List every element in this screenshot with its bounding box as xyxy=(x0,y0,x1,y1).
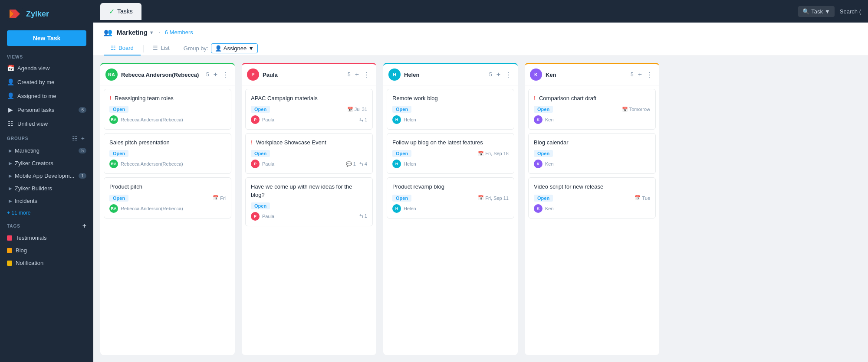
task-title: APAC Campaign materials xyxy=(251,95,367,102)
group-by: Group by: 👤 Assignee ▼ xyxy=(184,43,258,53)
tabs-row: ☷ Board | ☰ List Group by: 👤 Assignee ▼ xyxy=(104,41,858,55)
add-tag-icon[interactable]: + xyxy=(82,222,86,230)
tasks-tab[interactable]: ✓ Tasks xyxy=(100,3,141,20)
search-button[interactable]: Search ( xyxy=(840,8,861,15)
task-card[interactable]: Remote work blog Open H Helen xyxy=(387,89,514,130)
add-task-button[interactable]: + xyxy=(213,70,218,79)
group-name: Zylker Builders xyxy=(15,185,52,192)
sidebar-item-assigned-to-me[interactable]: 👤 Assigned to me xyxy=(0,89,93,103)
sidebar-item-zylker-builders[interactable]: ▶ Zylker Builders xyxy=(0,182,93,195)
task-card[interactable]: ! Comparison chart draft Open 📅 Tomorrow… xyxy=(528,89,656,130)
task-title: Have we come up with new ideas for the b… xyxy=(251,183,367,199)
calendar-icon: 📅 xyxy=(635,195,641,201)
sidebar-item-unified-view[interactable]: ☷ Unified view xyxy=(0,117,93,130)
project-name[interactable]: Marketing ▼ xyxy=(117,29,154,36)
avatar-rebecca: RA xyxy=(105,68,118,81)
zylker-logo-icon xyxy=(7,6,23,22)
sidebar-item-zylker-creators[interactable]: ▶ Zylker Creators xyxy=(0,157,93,170)
assignee-name: Paula xyxy=(262,161,274,166)
col-actions: + ⋮ xyxy=(637,70,654,80)
sidebar-item-incidents[interactable]: ▶ Incidents xyxy=(0,195,93,207)
tag-notification[interactable]: Notification xyxy=(0,257,93,269)
sidebar-item-label: Unified view xyxy=(17,121,48,127)
assignee-name: Helen xyxy=(404,161,416,166)
project-name-text: Marketing xyxy=(117,29,148,36)
task-card[interactable]: Product revamp blog Open 📅 Fri, Sep 11 H… xyxy=(387,177,514,218)
group-name: Marketing xyxy=(15,147,39,154)
more-groups-link[interactable]: + 11 more xyxy=(0,207,93,219)
subtask-icon: ⇆ xyxy=(359,117,363,123)
new-task-button[interactable]: New Task xyxy=(7,30,86,46)
sidebar-item-agenda[interactable]: 📅 Agenda view xyxy=(0,61,93,75)
avatar-paula: P xyxy=(247,68,259,81)
sidebar-item-created-by-me[interactable]: 👤 Created by me xyxy=(0,75,93,89)
task-footer: Open xyxy=(534,150,650,157)
status-badge: Open xyxy=(251,150,270,157)
task-title: Sales pitch presentation xyxy=(109,139,226,147)
task-footer: Open xyxy=(251,202,367,209)
add-task-button[interactable]: + xyxy=(354,70,360,79)
filter-icon[interactable]: ☷ xyxy=(70,134,79,143)
tag-blog[interactable]: Blog xyxy=(0,244,93,257)
col-name-ken: Ken xyxy=(546,72,627,78)
search-label: Search ( xyxy=(840,8,861,15)
calendar-icon: 📅 xyxy=(478,195,484,201)
assignee-avatar: P xyxy=(251,115,260,124)
tab-board[interactable]: ☷ Board xyxy=(104,41,141,55)
priority-icon: ! xyxy=(534,95,536,101)
dropdown-arrow: ▼ xyxy=(149,30,154,35)
task-title: Follow up blog on the latest features xyxy=(392,139,509,147)
assigned-icon: 👤 xyxy=(7,92,14,99)
more-options-button[interactable]: ⋮ xyxy=(362,70,371,80)
task-dropdown[interactable]: 🔍 Task ▼ xyxy=(798,6,835,17)
col-header-paula: P Paula 5 + ⋮ xyxy=(242,64,376,85)
logo-text: Zylker xyxy=(26,10,49,19)
add-group-icon[interactable]: + xyxy=(79,134,86,143)
task-title: Remote work blog xyxy=(392,95,509,102)
task-title: Blog calendar xyxy=(534,139,650,147)
task-footer: Open xyxy=(251,150,367,157)
main-content: ✓ Tasks 🔍 Task ▼ Search ( 👥 Marketing ▼ xyxy=(93,0,868,362)
assignee-name: Rebecca Anderson(Rebecca) xyxy=(121,161,183,166)
task-card[interactable]: Have we come up with new ideas for the b… xyxy=(245,177,373,226)
task-card[interactable]: APAC Campaign materials Open 📅 Jul 31 P … xyxy=(245,89,373,130)
task-subtasks: ⇆ 1 xyxy=(359,117,367,123)
sidebar-item-mobile-app[interactable]: ▶ Mobile App Developm... 1 xyxy=(0,170,93,182)
more-options-button[interactable]: ⋮ xyxy=(504,70,513,80)
add-task-button[interactable]: + xyxy=(496,70,501,79)
task-title: ! Reassigning team roles xyxy=(109,95,226,102)
task-meta: 💬 1 ⇆ 4 xyxy=(346,161,367,167)
task-card[interactable]: ! Reassigning team roles Open RA Rebecca… xyxy=(104,89,231,130)
assignee-name: Paula xyxy=(262,117,274,122)
task-footer: Open 📅 Fri, Sep 11 xyxy=(392,195,509,202)
chevron-icon: ▶ xyxy=(9,173,12,178)
add-task-button[interactable]: + xyxy=(637,70,643,79)
task-card[interactable]: Follow up blog on the latest features Op… xyxy=(387,133,514,174)
assignee-avatar: P xyxy=(251,212,260,221)
tag-dot xyxy=(7,235,12,241)
assignee-name: Ken xyxy=(545,161,554,166)
more-options-button[interactable]: ⋮ xyxy=(645,70,654,80)
task-card[interactable]: Sales pitch presentation Open RA Rebecca… xyxy=(104,133,231,174)
task-card[interactable]: Product pitch Open 📅 Fri RA Rebecca Ande… xyxy=(104,177,231,218)
task-assignee: RA Rebecca Anderson(Rebecca) xyxy=(109,204,226,213)
tag-testimonials[interactable]: Testimonials xyxy=(0,232,93,244)
sidebar-item-personal-tasks[interactable]: ▶ Personal tasks 6 xyxy=(0,103,93,117)
members-link[interactable]: 6 Members xyxy=(165,29,193,36)
sidebar-item-marketing[interactable]: ▶ Marketing 5 xyxy=(0,144,93,157)
sidebar-item-label: Created by me xyxy=(17,79,54,85)
group-by-select[interactable]: 👤 Assignee ▼ xyxy=(211,43,258,53)
tab-list[interactable]: ☰ List xyxy=(146,41,176,55)
more-options-button[interactable]: ⋮ xyxy=(221,70,230,80)
task-title: Product pitch xyxy=(109,183,226,191)
tab-separator: | xyxy=(141,44,146,53)
col-name-paula: Paula xyxy=(263,72,344,78)
task-subtasks: ⇆ 1 xyxy=(359,213,367,219)
task-card[interactable]: Video script for new release Open 📅 Tue … xyxy=(528,177,656,218)
assignee-avatar: RA xyxy=(109,204,118,213)
date-value: Tue xyxy=(642,196,650,201)
task-card[interactable]: Blog calendar Open K Ken xyxy=(528,133,656,174)
task-footer: Open 📅 Fri xyxy=(109,195,226,202)
task-card[interactable]: ! Workplace Showcase Event Open P Paula … xyxy=(245,133,373,174)
tab-label: Board xyxy=(118,45,134,51)
